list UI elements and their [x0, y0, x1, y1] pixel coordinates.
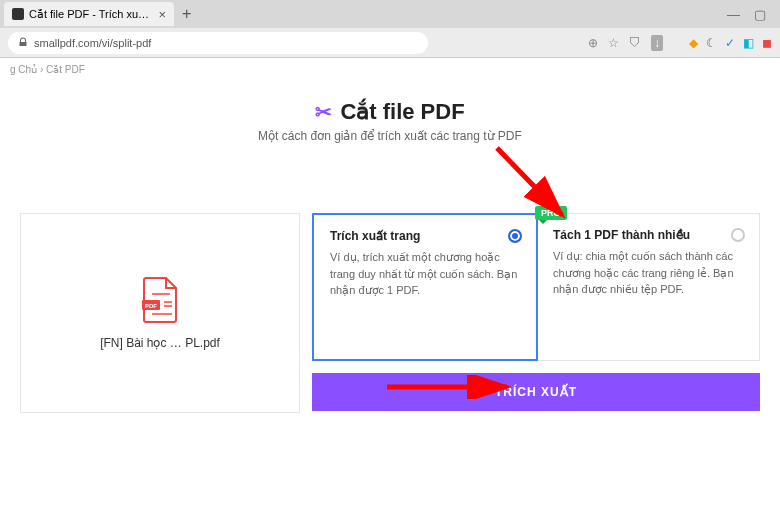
- svg-text:PDF: PDF: [145, 303, 157, 309]
- ext-icon-5[interactable]: ◼: [762, 36, 772, 50]
- option-desc: Ví dụ, trích xuất một chương hoặc trang …: [330, 249, 520, 299]
- translate-icon[interactable]: ⊕: [588, 36, 598, 50]
- radio-selected-icon: [508, 229, 522, 243]
- favicon: [12, 8, 24, 20]
- star-icon[interactable]: ☆: [608, 36, 619, 50]
- page-title: ✂ Cắt file PDF: [20, 99, 760, 125]
- file-panel: PDF [FN] Bài học … PL.pdf: [20, 213, 300, 413]
- ext-icon-1[interactable]: ◆: [689, 36, 698, 50]
- minimize-button[interactable]: —: [727, 7, 740, 22]
- maximize-button[interactable]: ▢: [754, 7, 766, 22]
- ext-icon-3[interactable]: ✓: [725, 36, 735, 50]
- option-title: Tách 1 PDF thành nhiều: [553, 228, 743, 242]
- breadcrumb: g Chủ › Cắt PDF: [0, 58, 780, 81]
- ext-icon-4[interactable]: ◧: [743, 36, 754, 50]
- pro-badge: PRO: [535, 206, 567, 220]
- ext-icon-2[interactable]: ☾: [706, 36, 717, 50]
- tab-bar: Cắt file PDF - Trích xuất trang × + — ▢: [0, 0, 780, 28]
- breadcrumb-home[interactable]: g Chủ: [10, 64, 37, 75]
- file-name: [FN] Bài học … PL.pdf: [100, 336, 220, 350]
- option-desc: Ví dụ: chia một cuốn sách thành các chươ…: [553, 248, 743, 298]
- lock-icon: [18, 37, 28, 49]
- option-split-pdf[interactable]: PRO Tách 1 PDF thành nhiều Ví dụ: chia m…: [537, 214, 759, 360]
- url-text: smallpdf.com/vi/split-pdf: [34, 37, 151, 49]
- extract-button[interactable]: TRÍCH XUẤT: [312, 373, 760, 411]
- option-title: Trích xuất trang: [330, 229, 520, 243]
- option-extract-pages[interactable]: Trích xuất trang Ví dụ, trích xuất một c…: [312, 213, 538, 361]
- scissors-icon: ✂: [315, 100, 332, 124]
- close-icon[interactable]: ×: [158, 7, 166, 22]
- new-tab-button[interactable]: +: [182, 5, 191, 23]
- address-bar: smallpdf.com/vi/split-pdf ⊕ ☆ ⛉ ↓ ◆ ☾ ✓ …: [0, 28, 780, 58]
- url-input[interactable]: smallpdf.com/vi/split-pdf: [8, 32, 428, 54]
- svg-line-6: [497, 148, 562, 215]
- breadcrumb-current: Cắt PDF: [46, 64, 85, 75]
- pdf-file-icon: PDF: [140, 276, 180, 324]
- browser-tab[interactable]: Cắt file PDF - Trích xuất trang ×: [4, 2, 174, 26]
- tab-title: Cắt file PDF - Trích xuất trang: [29, 8, 152, 21]
- page-subtitle: Một cách đơn giản để trích xuất các tran…: [20, 129, 760, 143]
- shield-icon[interactable]: ⛉: [629, 36, 641, 50]
- download-icon[interactable]: ↓: [651, 35, 663, 51]
- radio-unselected-icon: [731, 228, 745, 242]
